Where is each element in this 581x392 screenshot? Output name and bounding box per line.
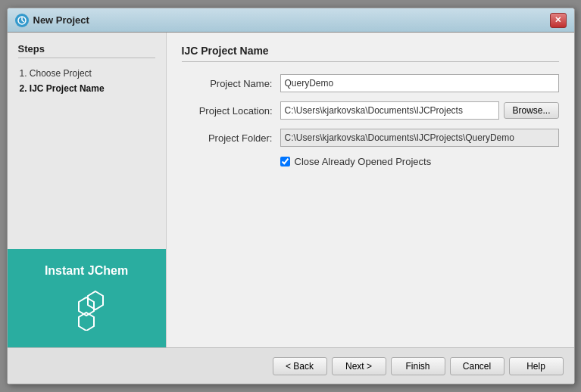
- project-location-label: Project Location:: [182, 105, 280, 117]
- project-folder-row: Project Folder:: [182, 129, 559, 147]
- project-folder-input[interactable]: [280, 129, 559, 147]
- checkbox-label: Close Already Opened Projects: [295, 156, 432, 167]
- sidebar: Steps 1. Choose Project 2. IJC Project N…: [8, 33, 167, 347]
- steps-heading: Steps: [18, 43, 155, 58]
- sidebar-bottom: Instant JChem: [8, 249, 166, 347]
- back-button[interactable]: < Back: [273, 357, 327, 375]
- step-1-label: Choose Project: [30, 68, 92, 79]
- dialog-title: New Project: [33, 14, 89, 26]
- section-title: IJC Project Name: [182, 45, 559, 62]
- sidebar-steps: Steps 1. Choose Project 2. IJC Project N…: [8, 33, 166, 249]
- step-2: 2. IJC Project Name: [18, 81, 155, 96]
- new-project-dialog: New Project ✕ Steps 1. Choose Project 2.…: [7, 8, 575, 384]
- project-location-input[interactable]: [280, 101, 500, 120]
- title-bar-left: New Project: [15, 14, 89, 27]
- step-1-number: 1.: [20, 68, 27, 79]
- close-button[interactable]: ✕: [550, 13, 567, 28]
- next-button[interactable]: Next >: [332, 357, 386, 375]
- step-2-label: IJC Project Name: [30, 83, 105, 94]
- finish-button[interactable]: Finish: [391, 357, 445, 375]
- app-icon: [15, 14, 29, 27]
- hex-icon: [64, 285, 109, 333]
- project-folder-label: Project Folder:: [182, 132, 280, 144]
- browse-button[interactable]: Browse...: [504, 102, 558, 119]
- cancel-button[interactable]: Cancel: [450, 357, 504, 375]
- step-1: 1. Choose Project: [18, 66, 155, 81]
- svg-line-2: [22, 20, 24, 22]
- title-bar: New Project ✕: [8, 8, 574, 33]
- project-name-row: Project Name:: [182, 74, 559, 92]
- footer: < Back Next > Finish Cancel Help: [8, 347, 574, 384]
- project-location-row: Project Location: Browse...: [182, 101, 559, 120]
- project-name-input[interactable]: [280, 74, 559, 92]
- close-projects-checkbox[interactable]: [280, 157, 290, 166]
- help-button[interactable]: Help: [509, 357, 564, 375]
- step-2-number: 2.: [20, 83, 27, 94]
- dialog-body: Steps 1. Choose Project 2. IJC Project N…: [8, 33, 574, 347]
- main-content: IJC Project Name Project Name: Project L…: [167, 33, 574, 347]
- brand-text: Instant JChem: [45, 264, 128, 278]
- checkbox-row: Close Already Opened Projects: [280, 156, 559, 167]
- project-name-label: Project Name:: [182, 78, 280, 89]
